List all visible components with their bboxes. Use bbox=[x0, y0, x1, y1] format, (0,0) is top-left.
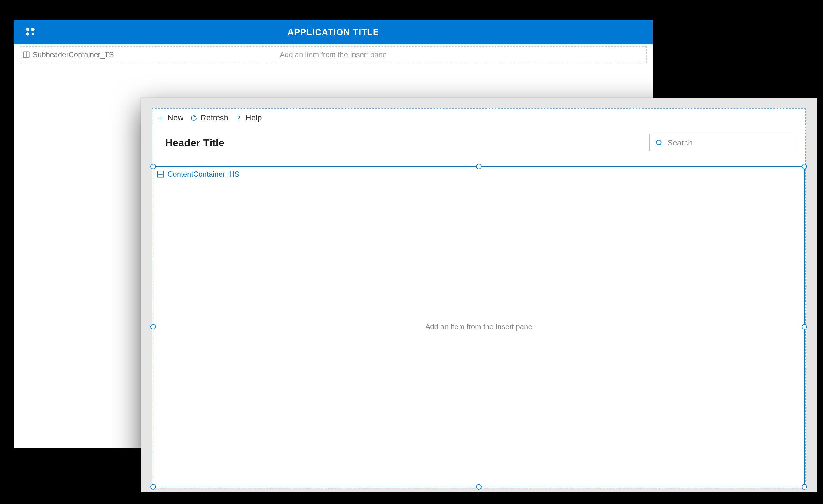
selection-handle-right[interactable] bbox=[802, 324, 807, 329]
subheader-insert-hint: Add an item from the Insert pane bbox=[20, 50, 646, 59]
subheader-container-dropzone[interactable]: SubheaderContainer_TS Add an item from t… bbox=[20, 46, 647, 63]
help-button[interactable]: Help bbox=[235, 113, 262, 123]
subheader-control-name: SubheaderContainer_TS bbox=[33, 50, 114, 59]
new-button[interactable]: New bbox=[157, 113, 183, 123]
plus-icon bbox=[157, 114, 164, 122]
svg-point-8 bbox=[238, 120, 239, 120]
help-icon bbox=[235, 114, 242, 122]
svg-point-9 bbox=[656, 140, 661, 145]
svg-line-10 bbox=[661, 144, 662, 146]
selection-handle-top-left[interactable] bbox=[150, 164, 156, 169]
foreground-designer-window: New Refresh Help Head bbox=[141, 98, 817, 492]
selection-handle-bottom[interactable] bbox=[476, 484, 482, 490]
selection-handle-top[interactable] bbox=[476, 164, 482, 169]
selection-handle-bottom-right[interactable] bbox=[802, 484, 807, 490]
new-button-label: New bbox=[168, 113, 183, 123]
app-logo-icon bbox=[24, 25, 36, 39]
content-control-name: ContentContainer_HS bbox=[168, 170, 239, 178]
content-control-badge: ContentContainer_HS bbox=[157, 170, 239, 178]
subheader-control-badge: SubheaderContainer_TS bbox=[22, 50, 114, 59]
command-bar: New Refresh Help bbox=[152, 109, 805, 126]
selection-handle-top-right[interactable] bbox=[802, 164, 807, 169]
header-row: Header Title bbox=[152, 126, 805, 159]
search-icon bbox=[655, 139, 663, 147]
header-title: Header Title bbox=[165, 137, 224, 149]
svg-point-0 bbox=[26, 28, 29, 31]
content-container-selected[interactable]: ContentContainer_HS Add an item from the… bbox=[153, 166, 805, 487]
selection-handle-left[interactable] bbox=[150, 324, 156, 329]
svg-point-3 bbox=[32, 33, 34, 35]
content-insert-hint: Add an item from the Insert pane bbox=[425, 322, 532, 331]
selection-handle-bottom-left[interactable] bbox=[150, 484, 156, 490]
refresh-icon bbox=[190, 114, 197, 122]
app-title-bar: APPLICATION TITLE bbox=[14, 20, 653, 44]
columns-icon bbox=[22, 51, 30, 59]
screen-canvas[interactable]: New Refresh Help Head bbox=[152, 108, 806, 488]
search-input[interactable] bbox=[667, 138, 790, 148]
refresh-button[interactable]: Refresh bbox=[190, 113, 228, 123]
search-box[interactable] bbox=[649, 134, 796, 151]
help-button-label: Help bbox=[245, 113, 262, 123]
svg-point-2 bbox=[26, 32, 29, 36]
app-title: APPLICATION TITLE bbox=[14, 27, 653, 37]
svg-point-1 bbox=[31, 28, 34, 31]
rows-icon bbox=[157, 170, 164, 178]
refresh-button-label: Refresh bbox=[200, 113, 228, 123]
